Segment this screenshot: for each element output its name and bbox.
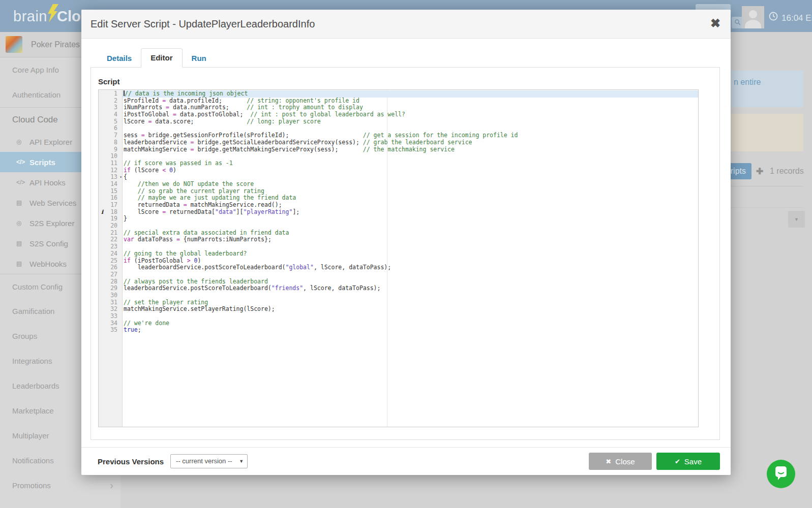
code-line-6[interactable]: 6: [99, 125, 698, 132]
close-button[interactable]: ✖ Close: [589, 453, 652, 470]
gutter-cell[interactable]: 24: [99, 250, 123, 258]
code-line-5[interactable]: 5lScore = data.score; // long: player sc…: [99, 118, 698, 125]
code-line-8[interactable]: 8leaderboardService = bridge.getSocialLe…: [99, 139, 698, 146]
code-line-19[interactable]: 19}: [99, 215, 698, 223]
gutter-cell[interactable]: 32: [99, 306, 123, 313]
tab-run[interactable]: Run: [183, 49, 216, 68]
code-text: lScore = data.score; // long: player sco…: [123, 118, 698, 125]
info-annotation-icon[interactable]: i: [101, 209, 103, 215]
code-line-34[interactable]: 34// we're done: [99, 320, 698, 327]
gutter-cell[interactable]: 35: [99, 327, 123, 334]
gutter-cell[interactable]: 31: [99, 299, 123, 306]
gutter-cell[interactable]: 9: [99, 146, 123, 153]
close-icon[interactable]: ✖: [710, 16, 720, 30]
gutter-cell[interactable]: 15: [99, 188, 123, 195]
gutter-cell[interactable]: 5: [99, 118, 123, 125]
code-line-18[interactable]: i18 lScore = returnedData["data"]["playe…: [99, 209, 698, 216]
line-number: 30: [110, 292, 117, 299]
code-line-15[interactable]: 15 // so grab the current player rating: [99, 188, 698, 195]
tab-details[interactable]: Details: [98, 49, 141, 68]
fold-arrow-icon[interactable]: ▾: [119, 174, 122, 181]
gutter-cell[interactable]: 2: [99, 98, 123, 105]
code-line-16[interactable]: 16 // maybe we are just updating the fri…: [99, 195, 698, 202]
code-line-32[interactable]: 32matchMakingService.setPlayerRating(lSc…: [99, 306, 698, 313]
code-line-17[interactable]: 17 returnedData = matchMakingService.rea…: [99, 202, 698, 209]
gutter-cell[interactable]: 17: [99, 202, 123, 209]
code-line-9[interactable]: 9matchMakingService = bridge.getMatchMak…: [99, 146, 698, 153]
gutter-cell[interactable]: 26: [99, 264, 123, 271]
modal-title: Edit Server Script - UpdatePlayerLeaderb…: [91, 10, 315, 39]
line-number: 11: [110, 160, 117, 167]
gutter-cell[interactable]: 23: [99, 243, 123, 250]
gutter-cell[interactable]: 34: [99, 320, 123, 327]
gutter-cell[interactable]: 28: [99, 278, 123, 285]
user-avatar[interactable]: [742, 6, 764, 28]
alert-link[interactable]: n entire: [734, 78, 761, 87]
gutter-cell[interactable]: 30: [99, 292, 123, 299]
code-line-30[interactable]: 30: [99, 292, 698, 299]
code-line-31[interactable]: 31// set the player rating: [99, 299, 698, 306]
code-line-4[interactable]: 4iPostToGlobal = data.postToGlobal; // i…: [99, 111, 698, 118]
gutter-cell[interactable]: 21: [99, 230, 123, 237]
gutter-cell[interactable]: 33: [99, 313, 123, 320]
sidebar-item-promotions[interactable]: Promotions›: [0, 473, 121, 498]
version-select[interactable]: -- current version -- ▼: [170, 454, 248, 468]
tab-editor[interactable]: Editor: [141, 48, 182, 68]
code-line-10[interactable]: 10: [99, 153, 698, 160]
x-icon: ✖: [606, 458, 611, 465]
code-line-14[interactable]: 14 //then we do NOT update the score: [99, 181, 698, 188]
gutter-cell[interactable]: i18: [99, 209, 123, 216]
code-text: [123, 292, 698, 299]
code-line-22[interactable]: 22var dataToPass = {numParrots:iNumParro…: [99, 236, 698, 243]
gutter-cell[interactable]: 10: [99, 153, 123, 160]
code-line-35[interactable]: 35true;: [99, 327, 698, 334]
code-line-29[interactable]: 29leaderboardService.postScoreToLeaderbo…: [99, 285, 698, 292]
line-number: 26: [110, 264, 117, 271]
divider: [731, 207, 803, 208]
code-line-27[interactable]: 27: [99, 271, 698, 278]
gutter-cell[interactable]: 6: [99, 125, 123, 132]
code-line-12[interactable]: 12if (lScore < 0): [99, 167, 698, 174]
records-count: 1 records: [770, 167, 804, 176]
code-line-21[interactable]: 21// special extra data associated in fr…: [99, 230, 698, 237]
chat-launcher-button[interactable]: [767, 460, 795, 488]
server-icon: ▤: [16, 260, 29, 267]
code-line-33[interactable]: 33: [99, 313, 698, 320]
gutter-cell[interactable]: 27: [99, 271, 123, 278]
sidebar-item-label: Cloud Code: [12, 115, 58, 125]
code-line-25[interactable]: 25if (iPostToGlobal > 0): [99, 258, 698, 265]
collapsed-dropdown-button[interactable]: ▼: [788, 211, 805, 228]
code-line-23[interactable]: 23: [99, 243, 698, 250]
gutter-cell[interactable]: 12: [99, 167, 123, 174]
divider: [731, 186, 803, 186]
code-line-24[interactable]: 24// going to the global leaderboard?: [99, 250, 698, 258]
code-line-1[interactable]: 1// data is the incoming json object: [99, 90, 698, 98]
gutter-cell[interactable]: 22: [99, 236, 123, 243]
code-line-3[interactable]: 3iNumParrots = data.numParrots; // int :…: [99, 104, 698, 111]
gutter-cell[interactable]: 11: [99, 160, 123, 167]
gutter-cell[interactable]: 14: [99, 181, 123, 188]
gutter-cell[interactable]: 3: [99, 104, 123, 111]
save-button[interactable]: ✔ Save: [656, 453, 720, 470]
plus-icon[interactable]: ✚: [756, 166, 763, 177]
code-line-11[interactable]: 11// if score was passed in as -1: [99, 160, 698, 167]
sidebar-item-label: Marketplace: [12, 406, 54, 415]
code-editor[interactable]: 1// data is the incoming json object2sPr…: [98, 89, 699, 427]
code-line-20[interactable]: 20: [99, 223, 698, 230]
code-line-26[interactable]: 26 leaderboardService.postScoreToLeaderb…: [99, 264, 698, 271]
line-number: 34: [110, 320, 117, 327]
gutter-cell[interactable]: 19: [99, 215, 123, 223]
gutter-cell[interactable]: 20: [99, 223, 123, 230]
gutter-cell[interactable]: 4: [99, 111, 123, 118]
gutter-cell[interactable]: 1: [99, 90, 123, 98]
gutter-cell[interactable]: 16: [99, 195, 123, 202]
code-line-13[interactable]: 13▾{: [99, 174, 698, 181]
code-line-2[interactable]: 2sProfileId = data.profileId; // string:…: [99, 98, 698, 105]
gutter-cell[interactable]: 13▾: [99, 174, 123, 181]
gutter-cell[interactable]: 29: [99, 285, 123, 292]
code-line-28[interactable]: 28// always post to the friends leaderbo…: [99, 278, 698, 285]
gutter-cell[interactable]: 8: [99, 139, 123, 146]
gutter-cell[interactable]: 25: [99, 258, 123, 265]
gutter-cell[interactable]: 7: [99, 132, 123, 139]
code-line-7[interactable]: 7sess = bridge.getSessionForProfile(sPro…: [99, 132, 698, 139]
